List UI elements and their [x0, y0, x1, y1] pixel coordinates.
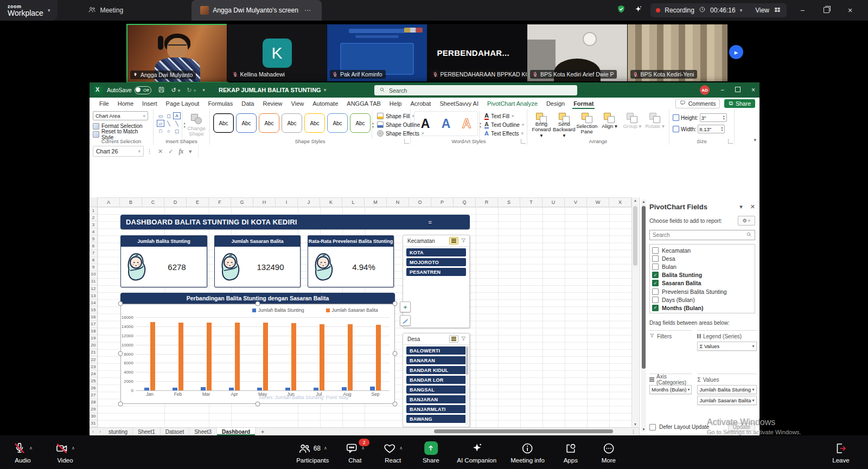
selection-handle[interactable]: [256, 402, 260, 407]
row-header-22[interactable]: 22: [90, 356, 97, 363]
row-header-31[interactable]: 31: [90, 420, 97, 427]
shape-style-sample-2[interactable]: Abc: [236, 113, 257, 133]
bar-jumlah-balita-stunting[interactable]: [342, 387, 347, 390]
account-avatar[interactable]: AD: [700, 85, 710, 95]
menu-tab-data[interactable]: Data: [237, 98, 258, 109]
bar-jumlah-balita-stunting[interactable]: [285, 388, 290, 390]
insert-function-icon[interactable]: fx: [178, 147, 183, 156]
field-prevelensi-balita-stunting[interactable]: Prevelensi Balita Stunting: [652, 287, 755, 295]
row-header-1[interactable]: 1: [90, 207, 97, 214]
chart-elements-button[interactable]: +: [400, 301, 411, 312]
column-header-Q[interactable]: Q: [454, 198, 476, 207]
zoom-workplace-menu[interactable]: zoom Workplace ▾: [0, 0, 58, 21]
row-header-27[interactable]: 27: [90, 391, 97, 399]
save-icon[interactable]: [158, 86, 165, 94]
bar-group-aug[interactable]: [333, 317, 361, 390]
selection-pane-button[interactable]: Selection Pane: [576, 111, 598, 138]
chevron-up-icon[interactable]: ∧: [29, 446, 33, 451]
add-sheet-button[interactable]: +: [256, 429, 270, 435]
chevron-down-icon[interactable]: ▾: [740, 8, 743, 13]
column-header-G[interactable]: G: [231, 198, 253, 207]
bar-jumlah-sasaran-balita[interactable]: [178, 323, 183, 390]
height-stepper[interactable]: Height: 3"▲▼: [673, 113, 731, 123]
slicer-kecamatan[interactable]: Kecamatan KOTAMOJOROTOPESANTREN: [403, 235, 470, 328]
menu-tab-insert[interactable]: Insert: [138, 98, 162, 109]
field-checkbox[interactable]: ✓: [652, 305, 659, 311]
column-header-H[interactable]: H: [253, 198, 276, 207]
sheet-tab-sheet3[interactable]: Sheet3: [189, 428, 217, 435]
bar-group-feb[interactable]: [164, 317, 192, 390]
row-header-26[interactable]: 26: [90, 384, 97, 391]
sheet-tab-stunting[interactable]: stunting: [104, 428, 133, 435]
bar-jumlah-sasaran-balita[interactable]: [291, 323, 296, 390]
enter-icon[interactable]: ✓: [168, 148, 173, 155]
participant-tile[interactable]: KKellina Mahadewi: [227, 24, 328, 82]
size-dialog-launcher[interactable]: [728, 139, 733, 144]
row-header-17[interactable]: 17: [90, 321, 97, 328]
participant-tile[interactable]: BPS Kota Kediri Arief Dwie P: [527, 24, 628, 82]
vertical-scrollbar[interactable]: ▲ ▼: [631, 197, 639, 427]
selection-handle[interactable]: [118, 351, 123, 356]
wordart-style-sample-2[interactable]: A: [437, 114, 455, 133]
chart-element-selector[interactable]: Chart Area▾: [93, 111, 148, 120]
selection-handle[interactable]: [393, 402, 398, 407]
row-header-18[interactable]: 18: [90, 328, 97, 335]
row-header-12[interactable]: 12: [90, 285, 97, 292]
row-header-28[interactable]: 28: [90, 399, 97, 406]
menu-tab-page-layout[interactable]: Page Layout: [162, 98, 204, 109]
width-stepper[interactable]: Width: 8.13"▲▼: [673, 124, 731, 134]
row-header-19[interactable]: 19: [90, 335, 97, 342]
bar-jumlah-balita-stunting[interactable]: [370, 387, 375, 390]
multiselect-icon[interactable]: [449, 335, 458, 343]
text-effects-button[interactable]: A Text Effects▾: [484, 130, 524, 137]
close-button[interactable]: ×: [842, 6, 858, 15]
row-header-4[interactable]: 4: [90, 228, 97, 235]
field-checkbox[interactable]: [652, 255, 659, 262]
apps-button[interactable]: Apps: [559, 441, 583, 464]
selection-handle[interactable]: [393, 301, 398, 306]
bar-group-jun[interactable]: [277, 317, 305, 390]
slicer-item-bandar-lor[interactable]: BANDAR LOR: [406, 376, 466, 384]
menu-tab-help[interactable]: Help: [385, 98, 406, 109]
tab-shared-screen[interactable]: Angga Dwi Mulyanto's screen ⋯: [192, 0, 322, 21]
menu-tab-pivotchart-analyze[interactable]: PivotChart Analyze: [483, 98, 542, 109]
excel-restore-button[interactable]: [735, 86, 741, 94]
row-header-24[interactable]: 24: [90, 370, 97, 377]
panel-scrollbar[interactable]: ▲ ▼: [641, 200, 646, 432]
field-checkbox[interactable]: [652, 297, 659, 303]
tab-options-icon[interactable]: ⋯: [302, 5, 313, 16]
cancel-icon[interactable]: ✕: [158, 148, 163, 155]
send-backward-button[interactable]: Send Backward ▾: [553, 111, 575, 138]
search-input[interactable]: Search: [374, 85, 577, 95]
menu-tab-formulas[interactable]: Formulas: [203, 98, 237, 109]
sheet-tab-sheet1[interactable]: Sheet1: [133, 428, 161, 435]
menu-tab-format[interactable]: Format: [569, 98, 598, 109]
more-button[interactable]: More: [597, 441, 621, 464]
panel-chevron-icon[interactable]: ▾: [739, 203, 743, 210]
text-fill-button[interactable]: A Text Fill▾: [484, 112, 524, 120]
column-header-M[interactable]: M: [365, 198, 387, 207]
excel-share-button[interactable]: ⧉ Share: [724, 99, 755, 108]
column-header-N[interactable]: N: [387, 198, 409, 207]
selection-handle[interactable]: [118, 402, 123, 407]
video-button[interactable]: ∧Video: [53, 441, 77, 464]
shape-style-sample-5[interactable]: Abc: [304, 113, 325, 133]
column-header-A[interactable]: A: [98, 198, 120, 207]
field-balita-stunting[interactable]: ✓Balita Stunting: [652, 271, 755, 279]
panel-close-icon[interactable]: ✕: [750, 203, 755, 210]
bar-jumlah-sasaran-balita[interactable]: [320, 324, 324, 390]
bar-jumlah-balita-stunting[interactable]: [201, 387, 206, 390]
selection-handle[interactable]: [256, 301, 260, 306]
document-title[interactable]: REKAP JUMLAH BALITA STUNTING▾: [219, 82, 326, 98]
view-grid-icon[interactable]: [774, 6, 781, 15]
bar-group-may[interactable]: [248, 317, 277, 390]
view-button[interactable]: View: [755, 7, 769, 14]
row-header-20[interactable]: 20: [90, 342, 97, 349]
slicer-item-mojoroto[interactable]: MOJOROTO: [406, 258, 466, 266]
align-button[interactable]: Align ▾: [599, 111, 621, 138]
bar-jumlah-balita-stunting[interactable]: [229, 388, 234, 390]
scroll-thumb[interactable]: [434, 429, 613, 433]
bar-jumlah-balita-stunting[interactable]: [257, 388, 262, 390]
row-header-3[interactable]: 3: [90, 221, 97, 228]
bar-jumlah-sasaran-balita[interactable]: [376, 325, 381, 390]
